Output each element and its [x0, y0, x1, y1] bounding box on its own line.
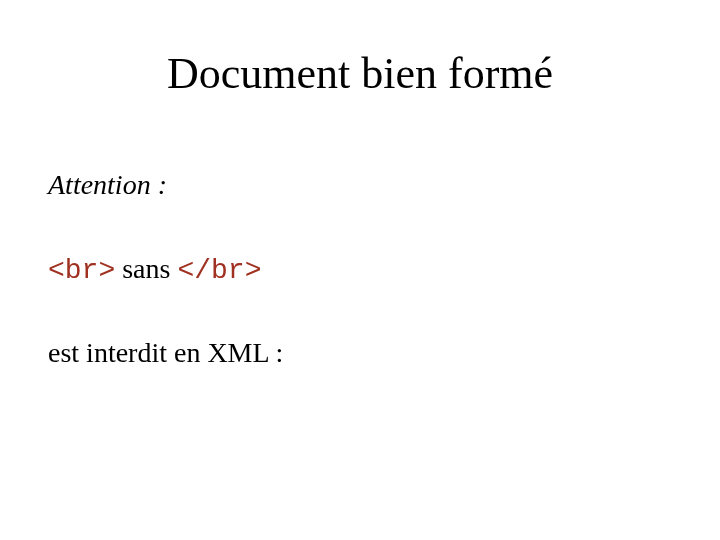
xml-forbidden-line: est interdit en XML :: [48, 336, 283, 370]
code-open-tag: <br>: [48, 255, 115, 286]
slide-title: Document bien formé: [0, 48, 720, 99]
br-example-line: <br> sans </br>: [48, 252, 261, 288]
sans-text: sans: [115, 253, 177, 284]
code-close-tag: </br>: [177, 255, 261, 286]
attention-line: Attention :: [48, 168, 167, 202]
slide: Document bien formé Attention : <br> san…: [0, 0, 720, 540]
